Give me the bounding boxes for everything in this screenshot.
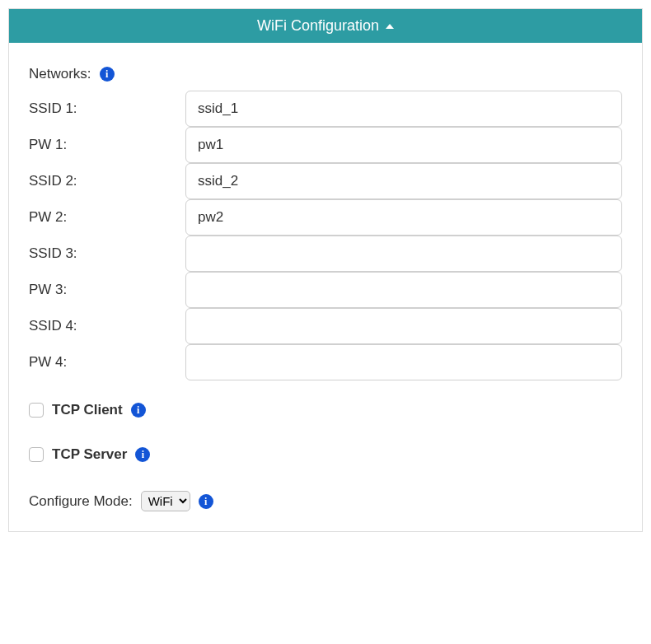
ssid2-input[interactable] (185, 163, 622, 199)
pw1-label: PW 1: (29, 127, 185, 163)
tcp-server-row: TCP Server i (29, 446, 622, 463)
panel-title: WiFi Configuration (257, 17, 379, 35)
networks-label-row: Networks: i (29, 66, 622, 82)
tcp-server-checkbox[interactable] (29, 447, 44, 462)
networks-label: Networks: (29, 66, 91, 82)
tcp-client-label[interactable]: TCP Client (52, 402, 123, 418)
tcp-client-checkbox[interactable] (29, 403, 44, 418)
tcp-client-row: TCP Client i (29, 402, 622, 418)
pw4-label: PW 4: (29, 344, 185, 380)
caret-up-icon (386, 24, 394, 29)
ssid3-input[interactable] (185, 236, 622, 272)
info-icon[interactable]: i (100, 67, 115, 82)
ssid4-label: SSID 4: (29, 308, 185, 344)
wifi-config-panel: WiFi Configuration Networks: i SSID 1: P… (8, 8, 643, 532)
panel-body: Networks: i SSID 1: PW 1: SSID 2: PW 2: … (9, 43, 642, 531)
configure-mode-select[interactable]: WiFi (141, 491, 190, 511)
pw3-label: PW 3: (29, 272, 185, 308)
configure-mode-label: Configure Mode: (29, 493, 133, 510)
ssid3-label: SSID 3: (29, 236, 185, 272)
panel-header[interactable]: WiFi Configuration (9, 9, 642, 43)
info-icon[interactable]: i (199, 494, 213, 509)
pw4-input[interactable] (185, 344, 622, 380)
pw2-input[interactable] (185, 199, 622, 236)
configure-mode-row: Configure Mode: WiFi i (29, 491, 622, 511)
ssid1-input[interactable] (185, 91, 622, 127)
info-icon[interactable]: i (131, 403, 146, 418)
ssid1-label: SSID 1: (29, 91, 185, 127)
ssid2-label: SSID 2: (29, 163, 185, 199)
networks-form: SSID 1: PW 1: SSID 2: PW 2: SSID 3: PW 3… (29, 91, 622, 380)
info-icon[interactable]: i (135, 447, 150, 462)
pw2-label: PW 2: (29, 199, 185, 236)
ssid4-input[interactable] (185, 308, 622, 344)
pw1-input[interactable] (185, 127, 622, 163)
pw3-input[interactable] (185, 272, 622, 308)
tcp-server-label[interactable]: TCP Server (52, 446, 127, 463)
